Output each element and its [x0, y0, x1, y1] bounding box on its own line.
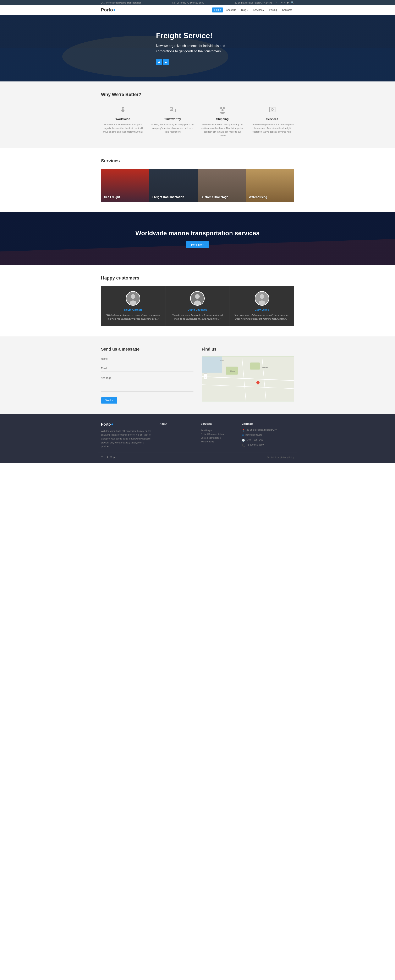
feature-worldwide: Worldwide Whatever the end destination f…: [101, 105, 145, 137]
contact-form-title: Send us a message: [101, 347, 194, 352]
services-section: Services Sea Freight Freight Documentati…: [0, 148, 395, 212]
marine-banner: Worldwide marine transportation services…: [0, 212, 395, 265]
footer-vimeo-icon[interactable]: V: [110, 456, 112, 459]
facebook-icon[interactable]: f: [279, 1, 279, 4]
footer-youtube-icon[interactable]: ▶: [114, 456, 116, 459]
find-us-title: Find us: [202, 347, 294, 352]
hero-prev-button[interactable]: ◀: [156, 59, 162, 65]
footer-service-customs: Customs Brokerage: [201, 436, 236, 440]
nav-contacts[interactable]: Contacts: [280, 8, 294, 13]
footer-copyright: 2016 © Porto | Privacy Policy: [267, 457, 294, 459]
worldwide-icon: [101, 105, 145, 115]
message-input[interactable]: [101, 375, 194, 391]
footer-service-sea: Sea Freight: [201, 428, 236, 432]
customer-gary-quote: "My experience of doing business with th…: [234, 313, 290, 321]
vimeo-icon[interactable]: V: [284, 1, 286, 4]
svg-point-17: [260, 294, 264, 299]
nav-services[interactable]: Services: [251, 8, 266, 13]
footer-pinterest-icon[interactable]: P: [107, 456, 109, 459]
submit-button[interactable]: Send +: [101, 397, 117, 404]
service-warehousing[interactable]: Warehousing: [246, 169, 294, 202]
trustworthy-desc: Working in the industry for many years, …: [151, 123, 195, 134]
twitter-icon[interactable]: 𝕋: [276, 1, 277, 4]
footer-service-warehouse: Warehousing: [201, 440, 236, 444]
svg-text:−: −: [205, 377, 206, 379]
phone-icon: 📞: [242, 444, 245, 447]
footer-services-title: Services: [201, 422, 236, 425]
service-sea-title: Sea Freight: [104, 195, 120, 199]
top-bar-social: 𝕋 f P V ▶: [274, 1, 289, 4]
svg-rect-24: [202, 356, 222, 372]
customer-diane-quote: "In order for me to be able to sell my b…: [170, 313, 225, 321]
logo-dot: [114, 9, 115, 11]
customer-gary: Gary Lewis "My experience of doing busin…: [230, 286, 294, 326]
customer-kevin-avatar: [126, 291, 140, 305]
hero-next-button[interactable]: ▶: [163, 59, 169, 65]
footer-logo-text: Porto: [101, 422, 111, 426]
footer-email-text: porto@porto.org: [246, 433, 262, 436]
customers-title: Happy customers: [101, 275, 294, 281]
footer-about-links-col: About: [160, 422, 195, 449]
hero-controls: ◀ ▶: [156, 59, 239, 65]
logo-text: Porto: [101, 7, 113, 13]
customer-kevin-quote: "While doing my business, I depend upon …: [105, 313, 161, 321]
service-freight-title: Freight Documentation: [152, 195, 184, 199]
svg-rect-2: [173, 109, 176, 112]
nav-home[interactable]: Home: [212, 8, 223, 13]
footer-service-freight: Freight Documentation: [201, 432, 236, 436]
pinterest-icon[interactable]: P: [281, 1, 282, 4]
footer-contacts-title: Contacts: [242, 422, 294, 425]
trustworthy-icon: [151, 105, 195, 115]
nav-pricing[interactable]: Pricing: [267, 8, 279, 13]
trustworthy-title: Trustworthy: [151, 118, 195, 121]
footer-twitter-icon[interactable]: 𝕋: [101, 456, 103, 459]
service-customs[interactable]: Customs Brokerage: [198, 169, 246, 202]
name-input[interactable]: [101, 356, 194, 362]
svg-text:+: +: [205, 374, 206, 376]
youtube-icon[interactable]: ▶: [287, 1, 289, 4]
header: Porto Home About us Blog Services Pricin…: [0, 5, 395, 15]
svg-point-3: [220, 107, 222, 109]
svg-point-0: [122, 107, 124, 109]
email-input[interactable]: [101, 365, 194, 372]
footer-hours: 🕐 Mon – Sun, 24/7: [242, 439, 294, 442]
services-icon: [251, 105, 294, 115]
svg-text:Orlando: Orlando: [230, 370, 235, 372]
marine-more-button[interactable]: More Info +: [186, 241, 209, 248]
email-icon: ✉: [242, 434, 244, 437]
hero-content: Freight Service! Now we organize shipmen…: [153, 31, 242, 65]
why-better-title: Why We're Better?: [101, 92, 294, 97]
service-sea-freight[interactable]: Sea Freight: [101, 169, 149, 202]
footer-services-col: Services Sea Freight Freight Documentati…: [201, 422, 236, 449]
footer-about-text: With the world trade still depending hea…: [101, 429, 153, 449]
hero-title: Freight Service!: [156, 31, 239, 40]
footer-logo: Porto: [101, 422, 153, 426]
svg-point-6: [220, 112, 225, 114]
svg-point-5: [222, 109, 224, 111]
footer-address: 📍 22 St. Black Road Raleigh, PA: [242, 428, 294, 432]
contact-section: Send us a message Send + Find us: [0, 336, 395, 414]
footer-email: ✉ porto@porto.org: [242, 433, 294, 437]
nav-blog[interactable]: Blog: [239, 8, 250, 13]
customer-kevin-name: Kevin Garnett: [105, 308, 161, 311]
svg-point-11: [131, 294, 135, 299]
main-nav: Home About us Blog Services Pricing Cont…: [212, 8, 294, 13]
footer-contacts-col: Contacts 📍 22 St. Black Road Raleigh, PA…: [242, 422, 294, 449]
customer-diane: Diane Lovelace "In order for me to be ab…: [165, 286, 230, 326]
services-title: Services: [101, 158, 294, 164]
shipping-desc: We offer a service to track your cargo i…: [201, 123, 244, 137]
worldwide-desc: Whatever the end destination for your ca…: [101, 123, 145, 134]
footer-facebook-icon[interactable]: f: [105, 456, 105, 459]
top-bar: 24/7 Professional Marine Transportation …: [0, 0, 395, 5]
search-icon[interactable]: 🔍: [291, 1, 294, 4]
footer-address-text: 22 St. Black Road Raleigh, PA: [247, 428, 277, 431]
footer-social: 𝕋 f P V ▶: [101, 456, 116, 459]
feature-services: Services Understanding how vital it is t…: [251, 105, 294, 137]
shipping-icon: [201, 105, 244, 115]
top-bar-right: 22 St. Black Road Raleigh, PA 34578 𝕋 f …: [235, 1, 294, 4]
nav-about[interactable]: About us: [224, 8, 238, 13]
logo[interactable]: Porto: [101, 7, 115, 13]
service-freight-doc[interactable]: Freight Documentation: [149, 169, 198, 202]
svg-point-14: [195, 294, 200, 299]
customer-diane-avatar: [190, 291, 205, 305]
